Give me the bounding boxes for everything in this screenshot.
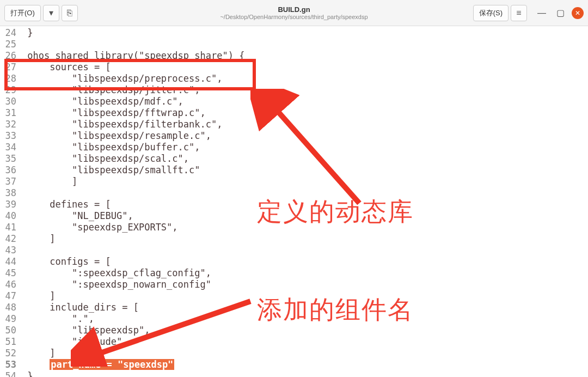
code-text: configs = [	[22, 256, 111, 267]
code-text: "libspeexdsp/fftwrap.c",	[22, 107, 206, 119]
line-number: 25	[0, 39, 22, 50]
code-text: defines = [	[22, 199, 111, 210]
code-text: "libspeexdsp/preprocess.c",	[22, 73, 222, 84]
code-text: "libspeexdsp/mdf.c",	[22, 96, 183, 107]
code-text: "speexdsp_EXPORTS",	[22, 222, 178, 233]
code-text: ]	[22, 176, 77, 187]
line-number: 50	[0, 325, 22, 336]
code-text: ]	[22, 233, 55, 245]
line-number: 35	[0, 153, 22, 165]
code-text: "libspeexdsp/buffer.c",	[22, 142, 200, 153]
code-text: ohos_shared_library("speexdsp_share") {	[22, 50, 244, 62]
maximize-icon: ▢	[556, 8, 565, 18]
annotation-label-1: 定义的动态库	[257, 195, 414, 229]
code-text: "include"	[22, 336, 122, 348]
line-number: 52	[0, 348, 22, 359]
code-text: "libspeexdsp",	[22, 325, 150, 336]
line-number: 43	[0, 245, 22, 256]
open-button[interactable]: 打开(O)	[4, 5, 41, 21]
code-text: "libspeexdsp/jitter.c",	[22, 84, 200, 96]
line-number: 48	[0, 302, 22, 313]
hamburger-icon: ≡	[516, 8, 521, 18]
code-text: ":speexdsp_cflag_config",	[22, 267, 211, 279]
annotation-label-2: 添加的组件名	[257, 293, 414, 327]
titlebar-title-area: BUILD.gn ~/Desktop/OpenHarmony/sources/t…	[220, 5, 367, 20]
code-text: "libspeexdsp/resample.c",	[22, 130, 211, 142]
line-number: 33	[0, 130, 22, 142]
code-text: ":speexdsp_nowarn_config"	[22, 279, 211, 290]
line-number: 46	[0, 279, 22, 290]
chevron-down-icon: ▾	[49, 8, 53, 18]
line-number: 37	[0, 176, 22, 187]
code-text: part_name = "speexdsp"	[22, 359, 174, 370]
line-number: 51	[0, 336, 22, 348]
open-dropdown-button[interactable]: ▾	[43, 5, 59, 21]
line-number: 30	[0, 96, 22, 107]
selection-highlight: part_name = "speexdsp"	[50, 359, 174, 370]
line-number: 49	[0, 313, 22, 325]
line-number: 40	[0, 210, 22, 222]
code-text: ]	[22, 290, 55, 302]
minimize-icon: —	[537, 8, 546, 18]
code-text: }	[22, 27, 33, 39]
hamburger-menu-button[interactable]: ≡	[511, 5, 527, 21]
document-title: BUILD.gn	[278, 5, 310, 14]
code-text: "libspeexdsp/smallft.c"	[22, 165, 200, 176]
line-number: 28	[0, 73, 22, 84]
line-number: 24	[0, 27, 22, 39]
editor-area[interactable]: 24 } 25 26 ohos_shared_library("speexdsp…	[0, 26, 588, 377]
save-button[interactable]: 保存(S)	[473, 5, 509, 21]
line-number: 47	[0, 290, 22, 302]
line-number: 42	[0, 233, 22, 245]
close-button[interactable]: ✕	[572, 7, 584, 19]
code-text: include_dirs = [	[22, 302, 139, 313]
titlebar: 打开(O) ▾ ⎘ BUILD.gn ~/Desktop/OpenHarmony…	[0, 0, 588, 26]
code-text: ".",	[22, 313, 94, 325]
line-number: 36	[0, 165, 22, 176]
line-number: 29	[0, 84, 22, 96]
line-number: 26	[0, 50, 22, 62]
code-text: sources = [	[22, 62, 111, 73]
line-number: 44	[0, 256, 22, 267]
new-tab-button[interactable]: ⎘	[62, 5, 78, 21]
line-number: 27	[0, 62, 22, 73]
code-text: "libspeexdsp/filterbank.c",	[22, 119, 222, 130]
line-number: 39	[0, 199, 22, 210]
code-text: }	[22, 370, 33, 377]
line-number: 34	[0, 142, 22, 153]
minimize-button[interactable]: —	[535, 6, 549, 20]
close-icon: ✕	[575, 9, 580, 17]
document-path: ~/Desktop/OpenHarmony/sources/third_part…	[220, 14, 367, 20]
maximize-button[interactable]: ▢	[553, 6, 567, 20]
line-number: 38	[0, 187, 22, 199]
new-tab-icon: ⎘	[67, 8, 72, 18]
line-number: 54	[0, 370, 22, 377]
code-text: ]	[22, 348, 55, 359]
line-number: 45	[0, 267, 22, 279]
line-number: 41	[0, 222, 22, 233]
line-number: 31	[0, 107, 22, 119]
line-number: 32	[0, 119, 22, 130]
code-text: "libspeexdsp/scal.c",	[22, 153, 189, 165]
code-text: "NL_DEBUG",	[22, 210, 133, 222]
line-number: 53	[0, 359, 22, 370]
